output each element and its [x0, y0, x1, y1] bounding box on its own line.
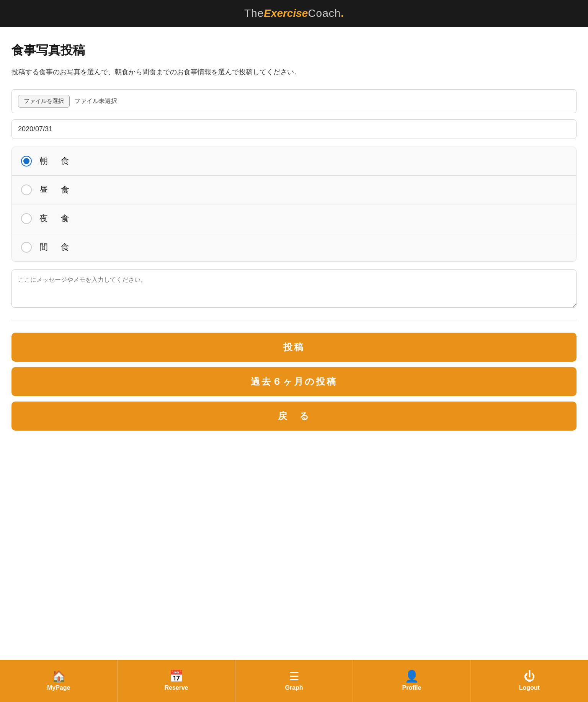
reserve-icon: 📅: [169, 671, 183, 682]
radio-label-breakfast: 朝 食: [39, 155, 72, 167]
nav-label-profile: Profile: [402, 684, 421, 691]
radio-circle-breakfast: [21, 156, 32, 167]
graph-icon: ☰: [289, 671, 299, 682]
nav-item-logout[interactable]: ⏻ Logout: [471, 660, 588, 702]
nav-item-profile[interactable]: 👤 Profile: [353, 660, 470, 702]
meal-type-radio-group: 朝 食 昼 食 夜 食 間 食: [11, 147, 577, 262]
page-description: 投稿する食事のお写真を選んで、朝食から間食までのお食事情報を選んで投稿してくださ…: [11, 67, 577, 78]
past-posts-button[interactable]: 過去６ヶ月の投稿: [11, 367, 577, 396]
nav-item-graph[interactable]: ☰ Graph: [235, 660, 353, 702]
nav-label-mypage: MyPage: [47, 684, 70, 691]
page-title: 食事写真投稿: [11, 42, 577, 59]
radio-label-dinner: 夜 食: [39, 213, 72, 224]
radio-item-breakfast[interactable]: 朝 食: [12, 147, 576, 176]
mypage-icon: 🏠: [52, 671, 66, 682]
radio-label-lunch: 昼 食: [39, 184, 72, 196]
app-logo: The Exercise Coach .: [244, 7, 344, 20]
nav-item-mypage[interactable]: 🏠 MyPage: [0, 660, 118, 702]
logo-exercise: Exercise: [264, 7, 308, 20]
nav-label-graph: Graph: [285, 684, 303, 691]
date-input[interactable]: [11, 119, 577, 139]
radio-item-lunch[interactable]: 昼 食: [12, 176, 576, 204]
radio-item-dinner[interactable]: 夜 食: [12, 204, 576, 233]
file-no-selection-label: ファイル未選択: [74, 97, 117, 105]
section-divider: [11, 321, 577, 321]
logo-dot: .: [341, 7, 344, 20]
logout-icon: ⏻: [524, 671, 535, 682]
radio-label-snack: 間 食: [39, 242, 72, 253]
radio-circle-dinner: [21, 213, 32, 224]
nav-label-reserve: Reserve: [164, 684, 188, 691]
file-choose-button[interactable]: ファイルを選択: [18, 95, 70, 108]
file-input-wrapper: ファイルを選択 ファイル未選択: [11, 89, 577, 113]
nav-label-logout: Logout: [519, 684, 540, 691]
radio-item-snack[interactable]: 間 食: [12, 233, 576, 261]
message-textarea[interactable]: [11, 269, 577, 308]
main-content: 食事写真投稿 投稿する食事のお写真を選んで、朝食から間食までのお食事情報を選んで…: [0, 27, 588, 702]
app-header: The Exercise Coach .: [0, 0, 588, 27]
radio-circle-snack: [21, 242, 32, 253]
nav-item-reserve[interactable]: 📅 Reserve: [118, 660, 235, 702]
bottom-nav: 🏠 MyPage 📅 Reserve ☰ Graph 👤 Profile ⏻ L…: [0, 660, 588, 702]
back-button[interactable]: 戻 る: [11, 402, 577, 431]
radio-circle-lunch: [21, 184, 32, 195]
profile-icon: 👤: [405, 671, 419, 682]
logo-coach: Coach: [308, 7, 341, 20]
post-button[interactable]: 投稿: [11, 333, 577, 362]
logo-the: The: [244, 7, 264, 20]
